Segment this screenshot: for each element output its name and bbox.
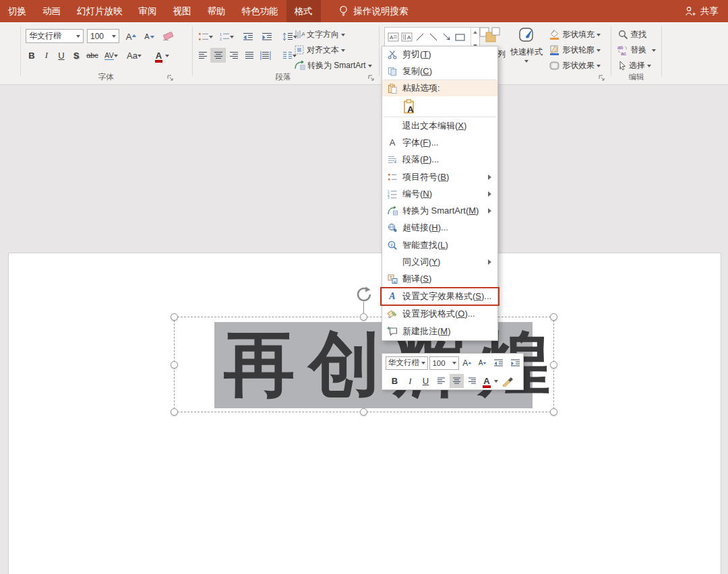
keep-text-only-paste-button[interactable]: A bbox=[403, 99, 417, 115]
line-shape-icon[interactable] bbox=[413, 28, 427, 46]
font-color-button[interactable]: A bbox=[151, 48, 174, 63]
shape-fill-button[interactable]: 形状填充 bbox=[549, 28, 601, 41]
align-left-button[interactable] bbox=[195, 48, 210, 63]
paragraph-dialog-launcher[interactable] bbox=[368, 75, 375, 82]
mini-font-color-button[interactable]: A bbox=[481, 374, 493, 388]
align-center-button[interactable] bbox=[210, 48, 226, 63]
menu-item-copy[interactable]: 复制(C) bbox=[382, 63, 497, 80]
grow-font-button[interactable]: A bbox=[123, 29, 140, 44]
menu-item-new-comment[interactable]: 新建批注(M) bbox=[382, 323, 497, 340]
mini-italic-button[interactable]: I bbox=[403, 374, 417, 388]
italic-button[interactable]: I bbox=[39, 48, 54, 63]
menu-item-bullets[interactable]: 项目符号(B) bbox=[382, 168, 497, 185]
tab-help[interactable]: 帮助 bbox=[200, 0, 234, 22]
character-spacing-button[interactable]: AV bbox=[101, 48, 121, 63]
distribute-text-button[interactable] bbox=[257, 48, 274, 63]
tab-view[interactable]: 视图 bbox=[165, 0, 200, 22]
text-direction-button[interactable]: A 文字方向 bbox=[295, 28, 345, 41]
tab-review[interactable]: 审阅 bbox=[131, 0, 165, 22]
align-right-button[interactable] bbox=[226, 48, 241, 63]
rectangle-shape-icon[interactable] bbox=[454, 28, 467, 46]
font-name-combo[interactable]: 华文行楷 bbox=[26, 29, 84, 43]
textbox-horizontal-icon[interactable]: A bbox=[386, 28, 400, 46]
decrease-indent-button[interactable] bbox=[240, 29, 256, 44]
menu-item-cut[interactable]: 剪切(T) bbox=[382, 46, 497, 63]
strikethrough-button[interactable]: abc bbox=[84, 48, 101, 63]
bullets-button[interactable] bbox=[196, 29, 215, 44]
replace-button[interactable]: abac 替换 bbox=[617, 43, 656, 57]
menu-item-format-text-effects[interactable]: A 设置文字效果格式(S)... bbox=[382, 288, 497, 305]
justify-button[interactable] bbox=[241, 48, 257, 63]
bold-button[interactable]: B bbox=[24, 48, 39, 63]
resize-handle-bottom-right[interactable] bbox=[550, 408, 557, 416]
shape-effects-button[interactable]: 形状效果 bbox=[549, 59, 601, 72]
resize-handle-top-left[interactable] bbox=[171, 313, 178, 321]
find-button[interactable]: 查找 bbox=[618, 28, 646, 41]
menu-item-numbering[interactable]: 123 编号(N) bbox=[382, 185, 497, 202]
mini-font-name-combo[interactable]: 华文行楷 bbox=[386, 356, 428, 370]
textbox-vertical-icon[interactable]: A bbox=[400, 28, 413, 46]
convert-to-smartart-button[interactable]: 转换为 SmartArt bbox=[295, 59, 372, 72]
align-center-icon bbox=[214, 51, 223, 60]
shape-styles-dialog-launcher[interactable] bbox=[599, 75, 605, 82]
mini-font-size-combo[interactable]: 100 bbox=[429, 356, 459, 370]
clear-formatting-button[interactable] bbox=[159, 28, 177, 43]
text-shadow-button[interactable]: S bbox=[69, 48, 84, 63]
triangle-down-icon bbox=[483, 361, 487, 365]
menu-item-font[interactable]: A 字体(F)... bbox=[382, 134, 497, 151]
resize-handle-mid-right[interactable] bbox=[550, 361, 557, 369]
mini-decrease-indent-button[interactable] bbox=[491, 356, 507, 370]
resize-handle-bottom-left[interactable] bbox=[171, 408, 178, 416]
menu-item-format-shape[interactable]: 设置形状格式(O)... bbox=[382, 305, 497, 323]
change-case-button[interactable]: Aa bbox=[123, 48, 145, 63]
menu-item-translate[interactable]: a 翻译(S) bbox=[382, 271, 497, 288]
menu-item-convert-smartart[interactable]: 转换为 SmartArt(M) bbox=[382, 202, 497, 219]
mini-increase-indent-button[interactable] bbox=[508, 356, 523, 370]
font-dialog-launcher[interactable] bbox=[167, 75, 174, 82]
resize-handle-top-center[interactable] bbox=[360, 313, 367, 321]
text-effects-icon: A bbox=[382, 291, 402, 302]
columns-icon bbox=[282, 51, 293, 60]
align-text-button[interactable]: 对齐文本 bbox=[295, 43, 345, 57]
menu-item-exit-text-edit[interactable]: 退出文本编辑(X) bbox=[382, 117, 497, 134]
resize-handle-bottom-center[interactable] bbox=[360, 408, 367, 416]
mini-format-painter-button[interactable] bbox=[499, 374, 516, 388]
tab-special-features[interactable]: 特色功能 bbox=[234, 0, 286, 22]
underline-button[interactable]: U bbox=[54, 48, 69, 63]
menu-item-hyperlink[interactable]: 超链接(H)... bbox=[382, 220, 497, 236]
line-spacing-icon bbox=[282, 32, 293, 41]
menu-item-synonyms[interactable]: 同义词(Y) bbox=[382, 253, 497, 270]
select-button[interactable]: 选择 bbox=[618, 59, 651, 72]
resize-handle-mid-left[interactable] bbox=[171, 361, 178, 369]
tab-transitions[interactable]: 切换 bbox=[0, 0, 34, 22]
mini-grow-font-button[interactable]: A bbox=[460, 356, 475, 370]
mini-align-left-button[interactable] bbox=[434, 374, 448, 388]
share-button[interactable]: 共享 bbox=[700, 5, 719, 18]
mini-align-right-button[interactable] bbox=[465, 374, 479, 388]
resize-handle-top-right[interactable] bbox=[550, 313, 557, 321]
tab-slideshow[interactable]: 幻灯片放映 bbox=[69, 0, 131, 22]
tell-me-search[interactable]: 操作说明搜索 bbox=[338, 0, 408, 22]
quick-styles-button[interactable]: 快速样式 bbox=[506, 26, 547, 65]
menu-item-paragraph[interactable]: 段落(P)... bbox=[382, 152, 497, 168]
numbering-button[interactable]: 12 bbox=[217, 29, 236, 44]
mini-align-center-button[interactable] bbox=[450, 374, 464, 388]
svg-text:2: 2 bbox=[220, 37, 222, 41]
chevron-down-icon bbox=[597, 34, 601, 38]
shape-outline-button[interactable]: 形状轮廓 bbox=[549, 43, 601, 57]
rotate-handle[interactable] bbox=[355, 286, 373, 303]
menu-item-smart-lookup[interactable]: i 智能查找(L) bbox=[382, 236, 497, 253]
mini-bold-button[interactable]: B bbox=[388, 374, 402, 388]
line-shape2-icon[interactable] bbox=[427, 28, 440, 46]
tab-format[interactable]: 格式 bbox=[286, 0, 321, 22]
replace-icon: abac bbox=[617, 44, 628, 55]
tab-animations[interactable]: 动画 bbox=[34, 0, 69, 22]
mini-underline-button[interactable]: U bbox=[419, 374, 433, 388]
mini-shrink-font-button[interactable]: A bbox=[476, 356, 490, 370]
increase-indent-button[interactable] bbox=[259, 29, 275, 44]
search-icon bbox=[618, 30, 628, 40]
font-size-combo[interactable]: 100 bbox=[87, 29, 119, 43]
arrow-shape-icon[interactable] bbox=[440, 28, 454, 46]
shrink-font-button[interactable]: A bbox=[142, 29, 158, 44]
text-direction-icon: A bbox=[295, 30, 305, 39]
